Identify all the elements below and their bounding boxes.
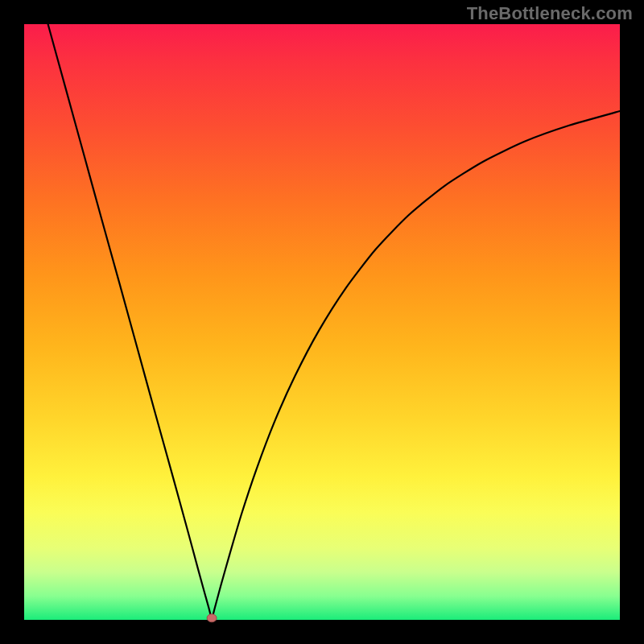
curve-line bbox=[48, 24, 620, 618]
watermark-text: TheBottleneck.com bbox=[467, 3, 633, 24]
chart-svg bbox=[24, 24, 620, 620]
minimum-marker bbox=[207, 614, 217, 622]
chart-frame: TheBottleneck.com bbox=[0, 0, 644, 644]
plot-area bbox=[24, 24, 620, 620]
